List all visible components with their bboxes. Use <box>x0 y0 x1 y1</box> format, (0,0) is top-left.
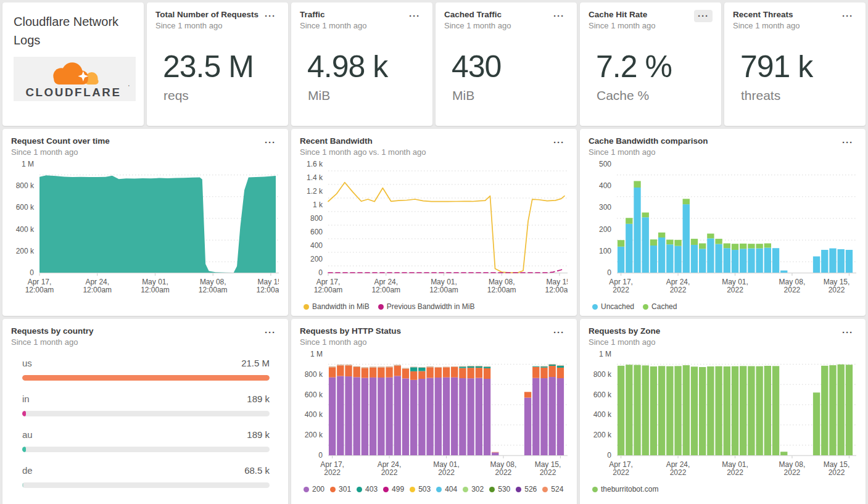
card-subtitle: Since 1 month ago <box>444 21 511 30</box>
dashboard-title: Cloudflare Network Logs <box>14 12 134 49</box>
requests-by-zone-plot: 0200 k400 k600 k800 k1 MApr 17,2022Apr 2… <box>589 349 856 479</box>
chart-legend: Bandwidth in MiBPrevious Bandwidth in Mi… <box>304 302 568 311</box>
card-subtitle: Since 1 month ago <box>300 337 401 347</box>
more-menu-icon: ··· <box>265 10 276 21</box>
stat-row: Cloudflare Network Logs CLOUDF <box>2 2 866 126</box>
legend-item-uncached[interactable]: Uncached <box>592 302 634 311</box>
chart-card-recent-bandwidth: Recent BandwidthSince 1 month ago vs. 1 … <box>291 129 577 316</box>
country-bar-fill <box>22 447 26 452</box>
svg-text:May 15,2022: May 15,2022 <box>535 460 561 477</box>
card-menu-button[interactable]: ··· <box>261 326 279 339</box>
requests-by-country-chart: us21.5 Min189 kau189 kde68.5 k <box>11 358 279 488</box>
legend-item-301[interactable]: 301 <box>330 485 351 494</box>
legend-item-theburritobot-com[interactable]: theburritobot.com <box>592 485 658 494</box>
legend-label: 524 <box>551 485 563 494</box>
stat-card-cached-traffic: Cached TrafficSince 1 month ago···430MiB <box>436 2 577 126</box>
svg-text:May 01,12:00am: May 01,12:00am <box>429 278 458 294</box>
svg-text:400: 400 <box>599 181 611 190</box>
legend-dot <box>436 487 442 492</box>
legend-item-cached[interactable]: Cached <box>643 302 677 311</box>
country-label: de <box>22 465 33 476</box>
card-header: Cached TrafficSince 1 month ago··· <box>444 10 568 30</box>
more-menu-icon: ··· <box>553 10 564 21</box>
country-label: au <box>22 429 33 440</box>
card-menu-button[interactable]: ··· <box>838 10 857 22</box>
svg-text:CLOUDFLARE: CLOUDFLARE <box>25 86 121 99</box>
legend-item-404[interactable]: 404 <box>436 485 457 494</box>
svg-text:600: 600 <box>310 228 323 236</box>
cloudflare-logo: CLOUDFLARE ' <box>14 57 136 101</box>
svg-text:1.4 k: 1.4 k <box>307 173 323 182</box>
charts-row-2: Requests by countrySince 1 month ago···u… <box>2 319 866 504</box>
legend-dot <box>357 487 362 492</box>
legend-item-403[interactable]: 403 <box>357 485 378 494</box>
http-status-chart: 0200 k400 k600 k800 k1 MApr 17,2022Apr 2… <box>300 349 568 481</box>
card-menu-button[interactable]: ··· <box>261 10 279 22</box>
svg-text:200 k: 200 k <box>593 431 612 439</box>
card-header-text: TrafficSince 1 month ago <box>300 10 366 30</box>
card-header-text: Cached TrafficSince 1 month ago <box>444 10 511 30</box>
stat-unit: MiB <box>308 88 424 103</box>
legend-dot <box>463 487 468 492</box>
chart-legend: theburritobot.com <box>592 485 857 494</box>
legend-label: 503 <box>418 485 431 494</box>
card-header-text: Cache Bandwidth comparisonSince 1 month … <box>589 136 708 157</box>
svg-text:400 k: 400 k <box>16 225 35 234</box>
card-title: Total Number of Requests <box>155 10 258 19</box>
legend-item-200[interactable]: 200 <box>304 485 324 494</box>
svg-text:May 08,12:00am: May 08,12:00am <box>487 278 516 294</box>
card-menu-button[interactable]: ··· <box>550 326 568 339</box>
svg-text:1.2 k: 1.2 k <box>307 187 323 196</box>
card-subtitle: Since 1 month ago vs. 1 month ago <box>300 147 426 157</box>
stat-value: 23.5 M <box>163 49 279 85</box>
svg-text:1 M: 1 M <box>22 160 34 168</box>
legend-label: 530 <box>498 485 510 494</box>
legend-item-499[interactable]: 499 <box>383 485 404 494</box>
svg-text:600 k: 600 k <box>305 390 323 399</box>
svg-text:Apr 24,2022: Apr 24,2022 <box>666 460 690 477</box>
svg-text:0: 0 <box>318 268 323 277</box>
svg-text:May 08,2022: May 08,2022 <box>779 460 806 477</box>
more-menu-icon: ··· <box>265 137 276 147</box>
more-menu-icon: ··· <box>842 10 853 21</box>
legend-item-302[interactable]: 302 <box>463 485 484 494</box>
legend-dot <box>330 487 336 492</box>
card-menu-button[interactable]: ··· <box>838 326 857 339</box>
card-menu-button[interactable]: ··· <box>838 136 857 149</box>
card-menu-button[interactable]: ··· <box>694 10 713 22</box>
legend-item-503[interactable]: 503 <box>410 485 431 494</box>
legend-label: 526 <box>524 485 537 494</box>
country-bar-track <box>22 482 270 488</box>
more-menu-icon: ··· <box>409 10 420 21</box>
svg-text:Apr 24,2022: Apr 24,2022 <box>666 278 690 294</box>
legend-dot <box>592 304 598 310</box>
card-title: Recent Bandwidth <box>300 136 426 146</box>
card-menu-button[interactable]: ··· <box>550 136 568 149</box>
card-header: Requests by HTTP StatusSince 1 month ago… <box>300 326 568 347</box>
country-row-text: de68.5 k <box>22 465 270 476</box>
chart-legend: 200301403499503404302530526524 <box>304 485 568 494</box>
legend-label: Cached <box>651 302 677 311</box>
card-menu-button[interactable]: ··· <box>550 10 568 22</box>
svg-text:Apr 17,12:00am: Apr 17,12:00am <box>314 278 343 294</box>
svg-text:May 15,2022: May 15,2022 <box>824 278 850 294</box>
legend-item-previous-bandwidth-in-mib[interactable]: Previous Bandwidth in MiB <box>378 302 475 311</box>
chart-card-request-count: Request Count over timeSince 1 month ago… <box>2 129 288 316</box>
legend-item-bandwidth-in-mib[interactable]: Bandwidth in MiB <box>304 302 370 311</box>
svg-text:Apr 24,12:00am: Apr 24,12:00am <box>83 278 112 294</box>
legend-item-526[interactable]: 526 <box>516 485 537 494</box>
brand-card: Cloudflare Network Logs CLOUDF <box>2 2 144 126</box>
legend-item-524[interactable]: 524 <box>542 485 563 494</box>
card-menu-button[interactable]: ··· <box>405 10 424 22</box>
legend-dot <box>643 304 648 310</box>
svg-text:200: 200 <box>599 225 611 234</box>
card-menu-button[interactable]: ··· <box>261 136 279 149</box>
legend-item-530[interactable]: 530 <box>489 485 510 494</box>
card-header: Cache Hit RateSince 1 month ago··· <box>589 10 713 30</box>
svg-text:800 k: 800 k <box>593 370 612 379</box>
svg-text:600 k: 600 k <box>593 390 612 399</box>
country-list: us21.5 Min189 kau189 kde68.5 k <box>22 358 270 488</box>
more-menu-icon: ··· <box>553 327 564 337</box>
cache-bandwidth-plot: 0100200300400500Apr 17,2022Apr 24,2022Ma… <box>589 159 856 296</box>
country-row-us: us21.5 M <box>22 358 270 381</box>
